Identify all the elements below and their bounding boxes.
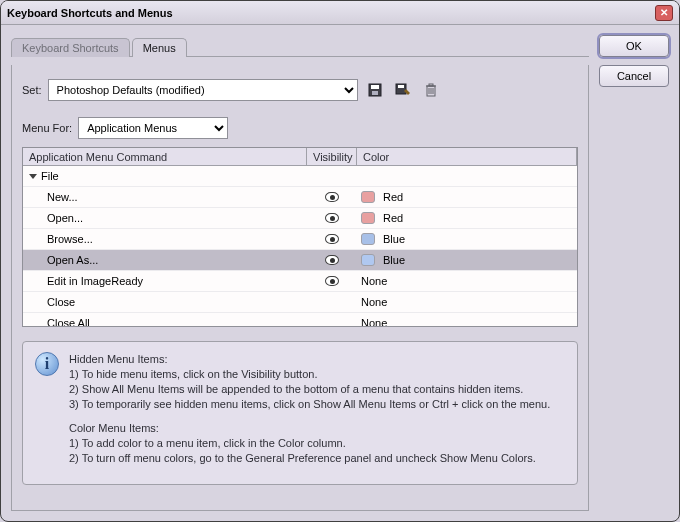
grid-header: Application Menu Command Visibility Colo… xyxy=(23,148,577,166)
tab-menus[interactable]: Menus xyxy=(132,38,187,57)
tab-bar: Keyboard Shortcuts Menus xyxy=(11,35,589,57)
svg-rect-2 xyxy=(372,91,378,95)
color-cell[interactable]: Blue xyxy=(357,233,577,245)
cell-command: Close xyxy=(23,296,307,308)
trash-icon[interactable] xyxy=(420,80,442,100)
color-name: Blue xyxy=(383,233,405,245)
tab-content: Set: Photoshop Defaults (modified) xyxy=(11,65,589,511)
color-cell[interactable]: Blue xyxy=(357,254,577,266)
tab-keyboard-shortcuts[interactable]: Keyboard Shortcuts xyxy=(11,38,130,57)
cell-command: Edit in ImageReady xyxy=(23,275,307,287)
color-line-2: 2) To turn off menu colors, go to the Ge… xyxy=(69,451,550,466)
color-swatch-icon xyxy=(361,191,375,203)
color-cell[interactable]: Red xyxy=(357,191,577,203)
window-title: Keyboard Shortcuts and Menus xyxy=(7,7,173,19)
col-color[interactable]: Color xyxy=(357,148,577,165)
color-name: Red xyxy=(383,191,403,203)
color-swatch-icon xyxy=(361,254,375,266)
close-icon[interactable]: ✕ xyxy=(655,5,673,21)
set-select[interactable]: Photoshop Defaults (modified) xyxy=(48,79,358,101)
eye-icon[interactable] xyxy=(325,192,339,202)
svg-rect-4 xyxy=(398,85,404,88)
color-cell[interactable]: None xyxy=(357,296,577,308)
eye-icon[interactable] xyxy=(325,255,339,265)
table-row[interactable]: CloseNone xyxy=(23,292,577,313)
color-title: Color Menu Items: xyxy=(69,421,550,436)
set-label: Set: xyxy=(22,84,42,96)
ok-button[interactable]: OK xyxy=(599,35,669,57)
cell-command: Close All xyxy=(23,317,307,326)
visibility-toggle[interactable] xyxy=(307,192,357,202)
color-name: Red xyxy=(383,212,403,224)
table-row[interactable]: Open As...Blue xyxy=(23,250,577,271)
info-box: i Hidden Menu Items: 1) To hide menu ite… xyxy=(22,341,578,485)
color-name: Blue xyxy=(383,254,405,266)
menu-for-row: Menu For: Application Menus xyxy=(22,117,578,139)
color-cell[interactable]: None xyxy=(357,317,577,326)
visibility-toggle[interactable] xyxy=(307,255,357,265)
visibility-toggle[interactable] xyxy=(307,234,357,244)
dialog-window: Keyboard Shortcuts and Menus ✕ Keyboard … xyxy=(0,0,680,522)
table-row[interactable]: Open...Red xyxy=(23,208,577,229)
hidden-line-2: 2) Show All Menu Items will be appended … xyxy=(69,382,550,397)
cell-command: Browse... xyxy=(23,233,307,245)
disclosure-triangle-icon[interactable] xyxy=(29,174,37,179)
eye-icon[interactable] xyxy=(325,213,339,223)
color-name: None xyxy=(361,317,387,326)
grid-body[interactable]: File New...RedOpen...RedBrowse...BlueOpe… xyxy=(23,166,577,326)
eye-icon[interactable] xyxy=(325,276,339,286)
color-line-1: 1) To add color to a menu item, click in… xyxy=(69,436,550,451)
menu-for-select[interactable]: Application Menus xyxy=(78,117,228,139)
group-row[interactable]: File xyxy=(23,166,577,187)
svg-rect-7 xyxy=(429,84,433,86)
table-row[interactable]: Browse...Blue xyxy=(23,229,577,250)
col-command[interactable]: Application Menu Command xyxy=(23,148,307,165)
menu-for-label: Menu For: xyxy=(22,122,72,134)
menu-grid: Application Menu Command Visibility Colo… xyxy=(22,147,578,327)
side-buttons: OK Cancel xyxy=(599,35,669,511)
table-row[interactable]: Edit in ImageReadyNone xyxy=(23,271,577,292)
main-panel: Keyboard Shortcuts Menus Set: Photoshop … xyxy=(11,35,589,511)
cell-command: Open As... xyxy=(23,254,307,266)
eye-icon[interactable] xyxy=(325,234,339,244)
titlebar: Keyboard Shortcuts and Menus ✕ xyxy=(1,1,679,25)
hidden-title: Hidden Menu Items: xyxy=(69,352,550,367)
save-icon[interactable] xyxy=(364,80,386,100)
color-cell[interactable]: Red xyxy=(357,212,577,224)
color-name: None xyxy=(361,275,387,287)
hidden-line-1: 1) To hide menu items, click on the Visi… xyxy=(69,367,550,382)
visibility-toggle[interactable] xyxy=(307,213,357,223)
hidden-line-3: 3) To temporarily see hidden menu items,… xyxy=(69,397,550,412)
cell-command: New... xyxy=(23,191,307,203)
visibility-toggle[interactable] xyxy=(307,276,357,286)
color-name: None xyxy=(361,296,387,308)
color-cell[interactable]: None xyxy=(357,275,577,287)
group-label: File xyxy=(41,170,59,182)
col-visibility[interactable]: Visibility xyxy=(307,148,357,165)
table-row[interactable]: Close AllNone xyxy=(23,313,577,326)
set-row: Set: Photoshop Defaults (modified) xyxy=(22,79,578,101)
cell-command: Open... xyxy=(23,212,307,224)
cancel-button[interactable]: Cancel xyxy=(599,65,669,87)
color-swatch-icon xyxy=(361,212,375,224)
info-icon: i xyxy=(35,352,59,376)
color-swatch-icon xyxy=(361,233,375,245)
info-text: Hidden Menu Items: 1) To hide menu items… xyxy=(69,352,550,466)
table-row[interactable]: New...Red xyxy=(23,187,577,208)
save-as-icon[interactable] xyxy=(392,80,414,100)
svg-rect-1 xyxy=(371,85,379,89)
